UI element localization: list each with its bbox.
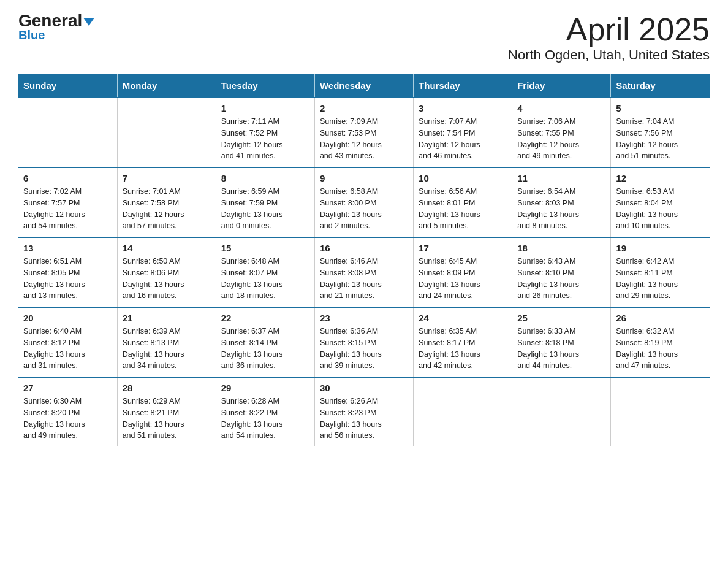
- calendar-day-empty: [611, 377, 710, 446]
- day-number: 21: [123, 313, 211, 323]
- calendar-day-14: 14Sunrise: 6:50 AM Sunset: 8:06 PM Dayli…: [117, 237, 216, 307]
- calendar-day-5: 5Sunrise: 7:04 AM Sunset: 7:56 PM Daylig…: [611, 98, 710, 167]
- day-info: Sunrise: 7:09 AM Sunset: 7:53 PM Dayligh…: [320, 116, 408, 162]
- calendar-header-wednesday: Wednesday: [314, 74, 413, 98]
- day-number: 16: [320, 243, 408, 253]
- calendar-day-1: 1Sunrise: 7:11 AM Sunset: 7:52 PM Daylig…: [216, 98, 314, 167]
- calendar-day-empty: [414, 377, 512, 446]
- day-number: 8: [221, 173, 309, 183]
- logo-main-text: General: [18, 12, 94, 29]
- day-number: 14: [123, 243, 211, 253]
- calendar-header-tuesday: Tuesday: [216, 74, 314, 98]
- day-info: Sunrise: 6:39 AM Sunset: 8:13 PM Dayligh…: [123, 326, 211, 372]
- calendar-header-monday: Monday: [117, 74, 216, 98]
- day-number: 28: [123, 383, 211, 393]
- day-info: Sunrise: 6:58 AM Sunset: 8:00 PM Dayligh…: [320, 186, 408, 232]
- day-info: Sunrise: 6:40 AM Sunset: 8:12 PM Dayligh…: [23, 326, 112, 372]
- calendar-day-6: 6Sunrise: 7:02 AM Sunset: 7:57 PM Daylig…: [18, 167, 117, 237]
- day-number: 4: [517, 103, 605, 113]
- day-info: Sunrise: 7:02 AM Sunset: 7:57 PM Dayligh…: [23, 186, 112, 232]
- day-number: 24: [419, 313, 507, 323]
- calendar-day-11: 11Sunrise: 6:54 AM Sunset: 8:03 PM Dayli…: [512, 167, 611, 237]
- calendar-day-7: 7Sunrise: 7:01 AM Sunset: 7:58 PM Daylig…: [117, 167, 216, 237]
- calendar-day-20: 20Sunrise: 6:40 AM Sunset: 8:12 PM Dayli…: [18, 307, 117, 377]
- day-info: Sunrise: 6:28 AM Sunset: 8:22 PM Dayligh…: [221, 396, 309, 442]
- calendar-header-saturday: Saturday: [611, 74, 710, 98]
- calendar-day-empty: [117, 98, 216, 167]
- calendar-day-15: 15Sunrise: 6:48 AM Sunset: 8:07 PM Dayli…: [216, 237, 314, 307]
- calendar-header-thursday: Thursday: [414, 74, 512, 98]
- calendar-day-26: 26Sunrise: 6:32 AM Sunset: 8:19 PM Dayli…: [611, 307, 710, 377]
- calendar-day-18: 18Sunrise: 6:43 AM Sunset: 8:10 PM Dayli…: [512, 237, 611, 307]
- day-number: 15: [221, 243, 309, 253]
- day-number: 17: [419, 243, 507, 253]
- day-number: 18: [517, 243, 605, 253]
- calendar-day-8: 8Sunrise: 6:59 AM Sunset: 7:59 PM Daylig…: [216, 167, 314, 237]
- logo-sub-text: Blue: [18, 28, 45, 42]
- calendar-day-29: 29Sunrise: 6:28 AM Sunset: 8:22 PM Dayli…: [216, 377, 314, 446]
- calendar-day-3: 3Sunrise: 7:07 AM Sunset: 7:54 PM Daylig…: [414, 98, 512, 167]
- calendar-day-19: 19Sunrise: 6:42 AM Sunset: 8:11 PM Dayli…: [611, 237, 710, 307]
- calendar-header-row: SundayMondayTuesdayWednesdayThursdayFrid…: [18, 74, 710, 98]
- title-block: April 2025 North Ogden, Utah, United Sta…: [508, 12, 710, 63]
- calendar-header-friday: Friday: [512, 74, 611, 98]
- day-number: 2: [320, 103, 408, 113]
- day-info: Sunrise: 7:01 AM Sunset: 7:58 PM Dayligh…: [123, 186, 211, 232]
- calendar-day-9: 9Sunrise: 6:58 AM Sunset: 8:00 PM Daylig…: [314, 167, 413, 237]
- calendar-day-16: 16Sunrise: 6:46 AM Sunset: 8:08 PM Dayli…: [314, 237, 413, 307]
- day-number: 7: [123, 173, 211, 183]
- day-info: Sunrise: 6:33 AM Sunset: 8:18 PM Dayligh…: [517, 326, 605, 372]
- day-number: 9: [320, 173, 408, 183]
- day-number: 20: [23, 313, 112, 323]
- day-info: Sunrise: 6:37 AM Sunset: 8:14 PM Dayligh…: [221, 326, 309, 372]
- calendar-day-24: 24Sunrise: 6:35 AM Sunset: 8:17 PM Dayli…: [414, 307, 512, 377]
- calendar-day-17: 17Sunrise: 6:45 AM Sunset: 8:09 PM Dayli…: [414, 237, 512, 307]
- calendar-day-30: 30Sunrise: 6:26 AM Sunset: 8:23 PM Dayli…: [314, 377, 413, 446]
- calendar-week-row: 13Sunrise: 6:51 AM Sunset: 8:05 PM Dayli…: [18, 237, 710, 307]
- day-info: Sunrise: 6:45 AM Sunset: 8:09 PM Dayligh…: [419, 256, 507, 302]
- calendar-week-row: 27Sunrise: 6:30 AM Sunset: 8:20 PM Dayli…: [18, 377, 710, 446]
- day-info: Sunrise: 6:51 AM Sunset: 8:05 PM Dayligh…: [23, 256, 112, 302]
- day-info: Sunrise: 7:04 AM Sunset: 7:56 PM Dayligh…: [616, 116, 705, 162]
- day-number: 30: [320, 383, 408, 393]
- calendar-day-25: 25Sunrise: 6:33 AM Sunset: 8:18 PM Dayli…: [512, 307, 611, 377]
- day-info: Sunrise: 6:59 AM Sunset: 7:59 PM Dayligh…: [221, 186, 309, 232]
- day-number: 11: [517, 173, 605, 183]
- calendar-day-12: 12Sunrise: 6:53 AM Sunset: 8:04 PM Dayli…: [611, 167, 710, 237]
- day-info: Sunrise: 6:53 AM Sunset: 8:04 PM Dayligh…: [616, 186, 705, 232]
- day-info: Sunrise: 7:06 AM Sunset: 7:55 PM Dayligh…: [517, 116, 605, 162]
- calendar-week-row: 6Sunrise: 7:02 AM Sunset: 7:57 PM Daylig…: [18, 167, 710, 237]
- day-info: Sunrise: 6:32 AM Sunset: 8:19 PM Dayligh…: [616, 326, 705, 372]
- calendar-day-10: 10Sunrise: 6:56 AM Sunset: 8:01 PM Dayli…: [414, 167, 512, 237]
- day-info: Sunrise: 6:35 AM Sunset: 8:17 PM Dayligh…: [419, 326, 507, 372]
- page-title: April 2025: [508, 12, 710, 47]
- day-number: 5: [616, 103, 705, 113]
- day-info: Sunrise: 7:11 AM Sunset: 7:52 PM Dayligh…: [221, 116, 309, 162]
- day-info: Sunrise: 6:36 AM Sunset: 8:15 PM Dayligh…: [320, 326, 408, 372]
- calendar-day-empty: [18, 98, 117, 167]
- page-subtitle: North Ogden, Utah, United States: [508, 47, 710, 63]
- calendar-day-empty: [512, 377, 611, 446]
- day-number: 25: [517, 313, 605, 323]
- calendar-day-2: 2Sunrise: 7:09 AM Sunset: 7:53 PM Daylig…: [314, 98, 413, 167]
- calendar-day-22: 22Sunrise: 6:37 AM Sunset: 8:14 PM Dayli…: [216, 307, 314, 377]
- day-number: 12: [616, 173, 705, 183]
- day-info: Sunrise: 6:43 AM Sunset: 8:10 PM Dayligh…: [517, 256, 605, 302]
- calendar-day-27: 27Sunrise: 6:30 AM Sunset: 8:20 PM Dayli…: [18, 377, 117, 446]
- day-info: Sunrise: 6:46 AM Sunset: 8:08 PM Dayligh…: [320, 256, 408, 302]
- day-number: 3: [419, 103, 507, 113]
- day-number: 19: [616, 243, 705, 253]
- day-number: 23: [320, 313, 408, 323]
- day-number: 13: [23, 243, 112, 253]
- day-info: Sunrise: 7:07 AM Sunset: 7:54 PM Dayligh…: [419, 116, 507, 162]
- page-header: General Blue April 2025 North Ogden, Uta…: [18, 12, 710, 63]
- day-number: 1: [221, 103, 309, 113]
- day-info: Sunrise: 6:29 AM Sunset: 8:21 PM Dayligh…: [123, 396, 211, 442]
- day-info: Sunrise: 6:54 AM Sunset: 8:03 PM Dayligh…: [517, 186, 605, 232]
- day-number: 22: [221, 313, 309, 323]
- day-number: 26: [616, 313, 705, 323]
- calendar-day-21: 21Sunrise: 6:39 AM Sunset: 8:13 PM Dayli…: [117, 307, 216, 377]
- day-info: Sunrise: 6:50 AM Sunset: 8:06 PM Dayligh…: [123, 256, 211, 302]
- calendar-day-28: 28Sunrise: 6:29 AM Sunset: 8:21 PM Dayli…: [117, 377, 216, 446]
- day-info: Sunrise: 6:42 AM Sunset: 8:11 PM Dayligh…: [616, 256, 705, 302]
